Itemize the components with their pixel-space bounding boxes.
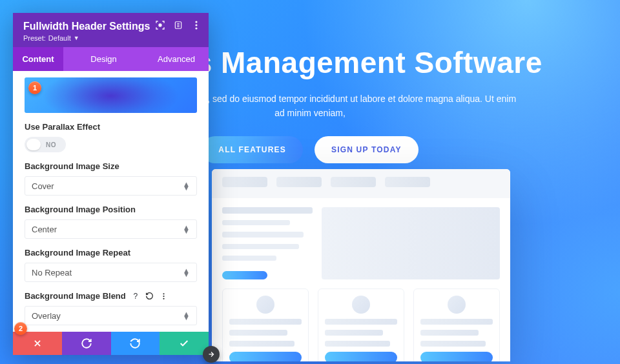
- bg-blend-value: Overlay: [32, 311, 61, 321]
- panel-tabs: Content Design Advanced: [13, 47, 209, 71]
- svg-rect-2: [177, 23, 180, 24]
- caret-icon: ▲▼: [183, 268, 190, 276]
- preset-label: Preset:: [23, 34, 46, 42]
- bg-blend-select[interactable]: Overlay ▲▼: [25, 306, 197, 325]
- field-parallax: Use Parallax Effect NO: [25, 122, 197, 152]
- svg-point-0: [159, 24, 161, 26]
- redo-button[interactable]: [111, 332, 160, 355]
- focus-icon[interactable]: [154, 19, 166, 31]
- sign-up-button[interactable]: Sign Up Today: [315, 136, 418, 163]
- svg-rect-3: [177, 25, 180, 25]
- all-features-button[interactable]: All Features: [202, 136, 303, 163]
- svg-rect-4: [177, 26, 180, 27]
- svg-point-5: [195, 21, 197, 23]
- bg-position-select[interactable]: Center ▲▼: [25, 219, 197, 239]
- preset-value: Default: [48, 34, 71, 42]
- undo-button[interactable]: [62, 332, 111, 355]
- caret-icon: ▲▼: [183, 225, 190, 233]
- bg-size-value: Cover: [32, 181, 54, 191]
- field-more-icon[interactable]: [160, 292, 169, 301]
- svg-point-7: [195, 27, 197, 29]
- bg-blend-label: Background Image Blend: [25, 291, 126, 301]
- field-bg-size: Background Image Size Cover ▲▼: [25, 161, 197, 196]
- bg-size-select[interactable]: Cover ▲▼: [25, 176, 197, 196]
- reset-icon[interactable]: [145, 292, 154, 301]
- bg-repeat-value: No Repeat: [32, 268, 72, 278]
- toggle-value: NO: [46, 141, 56, 148]
- panel-header: Fullwidth Header Settings Preset: Defaul…: [13, 13, 209, 47]
- annotation-2: 2: [14, 322, 27, 335]
- expand-handle[interactable]: [203, 346, 220, 363]
- annotation-1: 1: [28, 81, 41, 94]
- chevron-down-icon: ▼: [74, 35, 79, 41]
- svg-point-9: [163, 295, 165, 296]
- panel-body: 1 Use Parallax Effect NO Background Imag…: [13, 71, 209, 332]
- toggle-knob: [26, 139, 41, 150]
- background-image-preview[interactable]: 1: [25, 77, 197, 113]
- svg-point-6: [195, 24, 197, 26]
- tab-advanced[interactable]: Advanced: [144, 47, 209, 71]
- parallax-label: Use Parallax Effect: [25, 122, 197, 132]
- save-button[interactable]: [160, 332, 209, 355]
- more-icon[interactable]: [191, 19, 202, 31]
- field-bg-repeat: Background Image Repeat No Repeat ▲▼: [25, 248, 197, 282]
- bg-repeat-label: Background Image Repeat: [25, 248, 197, 258]
- panel-footer: [13, 332, 209, 355]
- bg-position-label: Background Image Position: [25, 205, 197, 214]
- settings-panel: Fullwidth Header Settings Preset: Defaul…: [13, 13, 209, 355]
- field-bg-position: Background Image Position Center ▲▼: [25, 205, 197, 239]
- bg-size-label: Background Image Size: [25, 161, 197, 171]
- parallax-toggle[interactable]: NO: [25, 137, 66, 152]
- page-preview-window: [212, 169, 510, 361]
- bg-position-value: Center: [32, 225, 57, 234]
- caret-icon: ▲▼: [183, 312, 190, 319]
- svg-point-10: [163, 298, 165, 299]
- close-button[interactable]: [13, 332, 62, 355]
- preset-selector[interactable]: Preset: Default ▼: [23, 34, 198, 42]
- tab-content[interactable]: Content: [13, 47, 63, 71]
- help-icon[interactable]: ?: [131, 292, 140, 301]
- caret-icon: ▲▼: [183, 182, 190, 190]
- field-bg-blend: Background Image Blend ? Overlay ▲▼: [25, 291, 197, 325]
- svg-point-8: [163, 293, 165, 294]
- responsive-icon[interactable]: [172, 19, 184, 31]
- bg-repeat-select[interactable]: No Repeat ▲▼: [25, 263, 197, 282]
- tab-design[interactable]: Design: [63, 47, 144, 71]
